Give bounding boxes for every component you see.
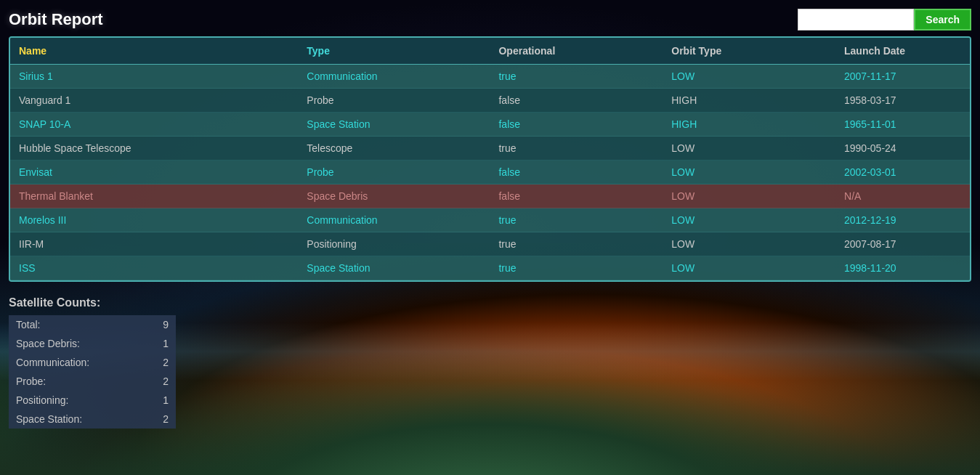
table-cell: ISS xyxy=(10,256,298,280)
table-cell: Space Station xyxy=(298,256,490,280)
table-row: EnvisatProbefalseLOW2002-03-01 xyxy=(10,161,970,184)
col-header-orbit-type: Orbit Type xyxy=(663,38,835,65)
table-cell: LOW xyxy=(663,65,835,89)
table-cell: Space Debris xyxy=(298,184,490,208)
table-cell: 2007-11-17 xyxy=(835,65,970,89)
table-cell: Sirius 1 xyxy=(10,65,298,89)
count-value: 1 xyxy=(145,334,176,353)
table-cell: Telescope xyxy=(298,137,490,161)
table-cell: true xyxy=(490,208,663,232)
table-cell: N/A xyxy=(835,184,970,208)
table-cell: Communication xyxy=(298,65,490,89)
count-value: 2 xyxy=(145,353,176,372)
table-cell: true xyxy=(490,137,663,161)
table-cell: Envisat xyxy=(10,161,298,184)
table-cell: 1965-11-01 xyxy=(835,113,970,137)
count-value: 9 xyxy=(145,315,176,334)
table-cell: true xyxy=(490,232,663,256)
col-header-type: Type xyxy=(298,38,490,65)
table-cell: Vanguard 1 xyxy=(10,89,298,113)
table-cell: IIR-M xyxy=(10,232,298,256)
count-value: 1 xyxy=(145,391,176,410)
search-button[interactable]: Search xyxy=(914,9,971,31)
count-label: Space Station: xyxy=(9,410,145,429)
table-cell: Hubble Space Telescope xyxy=(10,137,298,161)
count-row: Probe:2 xyxy=(9,372,176,391)
col-header-launch-date: Launch Date xyxy=(835,38,970,65)
table-cell: LOW xyxy=(663,184,835,208)
table-cell: Thermal Blanket xyxy=(10,184,298,208)
table-header-row: Name Type Operational Orbit Type Launch … xyxy=(10,38,970,65)
table-cell: 2012-12-19 xyxy=(835,208,970,232)
table-cell: false xyxy=(490,89,663,113)
table-row: IIR-MPositioningtrueLOW2007-08-17 xyxy=(10,232,970,256)
count-value: 2 xyxy=(145,372,176,391)
satellite-counts-label: Satellite Counts: xyxy=(9,296,971,309)
table-cell: SNAP 10-A xyxy=(10,113,298,137)
table-cell: true xyxy=(490,65,663,89)
count-row: Communication:2 xyxy=(9,353,176,372)
counts-table: Total:9Space Debris:1Communication:2Prob… xyxy=(9,315,176,429)
table-cell: HIGH xyxy=(663,89,835,113)
count-label: Space Debris: xyxy=(9,334,145,353)
col-header-operational: Operational xyxy=(490,38,663,65)
count-row: Space Debris:1 xyxy=(9,334,176,353)
table-row: Hubble Space TelescopeTelescopetrueLOW19… xyxy=(10,137,970,161)
table-cell: LOW xyxy=(663,256,835,280)
table-cell: false xyxy=(490,161,663,184)
table-cell: false xyxy=(490,184,663,208)
table-cell: 1958-03-17 xyxy=(835,89,970,113)
col-header-name: Name xyxy=(10,38,298,65)
app-title: Orbit Report xyxy=(9,10,103,29)
table-cell: LOW xyxy=(663,161,835,184)
table-row: Vanguard 1ProbefalseHIGH1958-03-17 xyxy=(10,89,970,113)
table-cell: false xyxy=(490,113,663,137)
count-label: Communication: xyxy=(9,353,145,372)
table-cell: LOW xyxy=(663,208,835,232)
header: Orbit Report Search xyxy=(9,6,971,36)
orbit-table-container: Name Type Operational Orbit Type Launch … xyxy=(9,36,971,282)
search-area: Search xyxy=(798,9,971,31)
count-row: Space Station:2 xyxy=(9,410,176,429)
table-cell: 2007-08-17 xyxy=(835,232,970,256)
table-cell: Probe xyxy=(298,89,490,113)
table-row: ISSSpace StationtrueLOW1998-11-20 xyxy=(10,256,970,280)
count-row: Positioning:1 xyxy=(9,391,176,410)
table-row: Thermal BlanketSpace DebrisfalseLOWN/A xyxy=(10,184,970,208)
count-value: 2 xyxy=(145,410,176,429)
table-cell: Communication xyxy=(298,208,490,232)
table-cell: Positioning xyxy=(298,232,490,256)
table-cell: Space Station xyxy=(298,113,490,137)
table-cell: 1990-05-24 xyxy=(835,137,970,161)
table-cell: 2002-03-01 xyxy=(835,161,970,184)
count-label: Positioning: xyxy=(9,391,145,410)
table-cell: LOW xyxy=(663,137,835,161)
count-label: Total: xyxy=(9,315,145,334)
satellite-counts-section: Satellite Counts: Total:9Space Debris:1C… xyxy=(9,296,971,429)
table-cell: true xyxy=(490,256,663,280)
table-row: Sirius 1CommunicationtrueLOW2007-11-17 xyxy=(10,65,970,89)
count-label: Probe: xyxy=(9,372,145,391)
table-row: Morelos IIICommunicationtrueLOW2012-12-1… xyxy=(10,208,970,232)
table-cell: 1998-11-20 xyxy=(835,256,970,280)
table-cell: HIGH xyxy=(663,113,835,137)
table-row: SNAP 10-ASpace StationfalseHIGH1965-11-0… xyxy=(10,113,970,137)
table-cell: LOW xyxy=(663,232,835,256)
table-cell: Morelos III xyxy=(10,208,298,232)
search-input[interactable] xyxy=(798,9,914,31)
orbit-table: Name Type Operational Orbit Type Launch … xyxy=(10,38,970,280)
count-row: Total:9 xyxy=(9,315,176,334)
table-cell: Probe xyxy=(298,161,490,184)
